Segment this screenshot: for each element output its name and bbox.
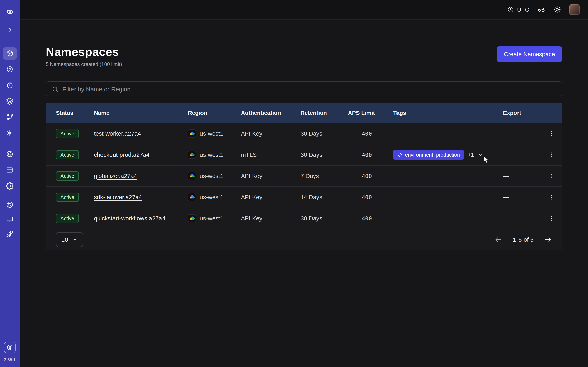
namespace-link[interactable]: sdk-failover.a27a4 [94,194,142,200]
retention-label: 30 Days [301,130,348,137]
temporal-logo-icon[interactable] [3,6,17,18]
col-header-status: Status [56,110,94,116]
sidebar-item-settings[interactable] [3,180,17,192]
sidebar-item-support[interactable] [3,199,17,211]
export-value: — [503,215,544,222]
page-size-select[interactable]: 10 [56,232,83,247]
auth-label: API Key [241,130,301,137]
table-row: Active checkout-prod.a27a4 us-west1 mTLS… [46,144,562,165]
export-value: — [503,151,544,158]
namespace-link[interactable]: quickstart-workflows.a27a4 [94,215,165,222]
sidebar-item-getting-started[interactable] [3,228,17,240]
theme-toggle-button[interactable] [553,6,561,13]
dollar-circle-icon [6,344,13,351]
sun-icon [553,6,561,13]
status-badge: Active [56,214,79,223]
status-badge: Active [56,193,79,202]
region-label: us-west1 [200,215,223,222]
previous-page-button[interactable] [494,236,502,243]
lifebuoy-icon [6,201,14,209]
user-avatar[interactable] [569,4,580,15]
sidebar-item-schedules[interactable] [3,79,17,91]
sidebar-item-namespaces[interactable] [3,47,17,59]
gear-icon [6,182,14,190]
aps-limit-value: 400 [348,194,393,200]
page-subtitle: 5 Namespaces created (100 limit) [46,61,122,67]
sidebar-item-docs[interactable] [3,213,17,225]
gcp-logo-icon [188,193,196,201]
pagination-range: 1-5 of 5 [513,236,534,243]
asterisk-icon [6,129,14,137]
kebab-icon [548,151,554,158]
retention-label: 30 Days [301,151,348,158]
sidebar-item-target[interactable] [3,63,17,75]
namespace-link[interactable]: test-worker.a27a4 [94,130,141,137]
tags-expand-button[interactable] [478,152,484,158]
create-namespace-button[interactable]: Create Namespace [497,47,562,62]
timezone-label: UTC [517,6,529,13]
tag-value: production [436,152,460,158]
app-version: 2.35.1 [4,357,16,362]
namespace-link[interactable]: checkout-prod.a27a4 [94,151,149,158]
kebab-icon [548,215,554,222]
gcp-logo-icon [188,151,196,159]
sidebar-item-billing[interactable] [3,164,17,176]
auth-label: API Key [241,215,301,222]
region-label: us-west1 [200,130,223,137]
sidebar-expand-chevron-icon[interactable] [3,24,17,36]
table-row: Active test-worker.a27a4 us-west1 API Ke… [46,123,562,144]
sidebar-item-deployments[interactable] [3,95,17,107]
gcp-logo-icon [188,214,196,222]
export-value: — [503,194,544,201]
usage-cost-button[interactable] [4,342,16,353]
timezone-button[interactable]: UTC [507,6,529,13]
col-header-aps-limit: APS Limit [348,110,393,116]
next-page-button[interactable] [544,236,552,243]
col-header-authentication: Authentication [241,110,301,116]
layers-icon [6,97,14,105]
col-header-name: Name [94,110,188,116]
status-badge: Active [56,129,79,138]
arrow-right-icon [544,236,552,243]
kebab-icon [548,194,554,200]
row-actions-menu-button[interactable] [545,149,557,160]
aps-limit-value: 400 [348,215,393,222]
namespace-link[interactable]: globalizer.a27a4 [94,173,137,179]
col-header-export: Export [503,110,544,116]
tag-key: environment [405,152,433,158]
globe-icon [6,150,14,158]
gcp-logo-icon [188,172,196,180]
app-window: 2.35.1 UTC Namespaces 5 Namespaces creat… [0,0,588,367]
reader-mode-button[interactable] [537,6,545,13]
topbar: UTC [20,0,588,20]
clock-icon [507,6,514,13]
row-actions-menu-button[interactable] [545,192,557,203]
filter-search[interactable] [46,81,562,98]
export-value: — [503,173,544,179]
row-actions-menu-button[interactable] [545,128,557,139]
search-input[interactable] [62,86,556,93]
timer-icon [6,81,14,89]
region-label: us-west1 [200,151,223,158]
aps-limit-value: 400 [348,173,393,179]
page-size-value: 10 [61,236,68,243]
status-badge: Active [56,171,79,181]
retention-label: 30 Days [301,215,348,222]
auth-label: API Key [241,173,301,179]
aps-limit-value: 400 [348,152,393,158]
sidebar-item-workflows[interactable] [3,111,17,123]
auth-label: mTLS [241,151,301,158]
table-row: Active sdk-failover.a27a4 us-west1 API K… [46,186,562,208]
auth-label: API Key [241,194,301,201]
retention-label: 7 Days [301,173,348,179]
sidebar-item-regions[interactable] [3,148,17,160]
row-actions-menu-button[interactable] [545,213,557,224]
credit-card-icon [6,166,14,174]
monitor-icon [6,216,14,223]
tags-more-count[interactable]: +1 [467,151,474,158]
sidebar-item-nexus[interactable] [3,127,17,139]
branch-icon [6,113,14,121]
export-value: — [503,130,544,137]
tag-pill[interactable]: environment production [393,150,464,160]
row-actions-menu-button[interactable] [545,170,557,182]
